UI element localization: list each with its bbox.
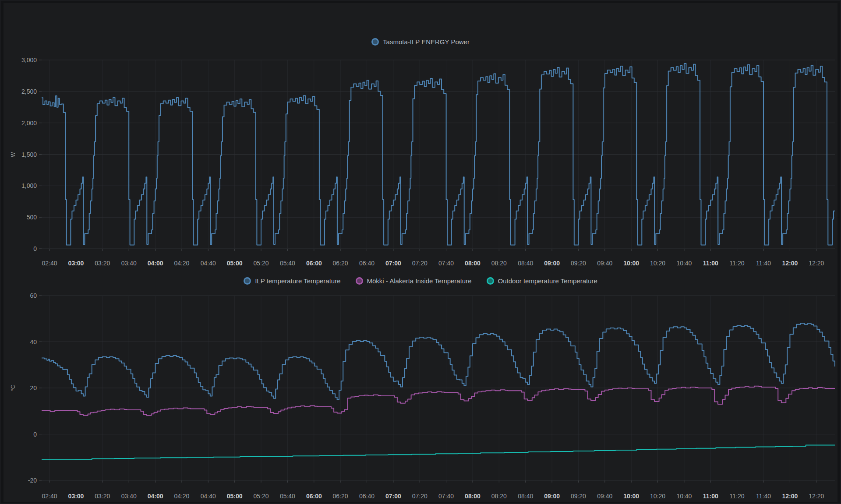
x-tick-label: 05:20 [253,260,269,267]
x-tick-label: 11:20 [730,493,745,500]
x-tick-label: 11:20 [730,260,745,267]
x-tick-label: 05:40 [280,260,295,267]
x-tick-label: 12:00 [782,493,798,500]
x-tick-label: 07:20 [412,493,428,500]
y-tick-label: 60 [30,292,37,299]
x-tick-label: 02:40 [42,493,57,500]
x-tick-label: 07:00 [385,260,401,267]
x-tick-label: 06:40 [359,260,375,267]
power-chart-svg[interactable]: 02:4003:0003:2003:4004:0004:2004:4005:00… [4,3,838,273]
x-tick-label: 06:00 [306,493,322,500]
y-axis-unit-label: W [10,152,16,157]
x-tick-label: 11:00 [703,260,718,267]
x-tick-label: 10:00 [623,260,639,267]
x-tick-label: 08:00 [465,260,481,267]
temperature-panel: ILP temperature Temperature Mökki - Alak… [4,273,837,502]
y-tick-label: 500 [27,214,37,221]
y-axis-unit-label: °C [10,385,16,391]
x-tick-label: 08:20 [491,260,507,267]
power-panel: Tasmota-ILP ENERGY Power 02:4003:0003:20… [4,3,837,273]
x-tick-label: 06:20 [333,260,348,267]
series-path-1 [42,386,835,416]
x-tick-label: 05:00 [227,493,243,500]
x-tick-label: 08:00 [465,493,481,500]
x-tick-label: 04:20 [174,493,189,500]
y-tick-label: 40 [30,338,37,345]
x-tick-label: 10:40 [676,260,692,267]
x-tick-label: 07:00 [385,493,401,500]
x-tick-label: 08:40 [518,493,533,500]
x-tick-label: 02:40 [42,260,57,267]
x-tick-label: 09:00 [544,260,560,267]
x-tick-label: 12:20 [809,260,824,267]
x-tick-label: 06:20 [333,493,348,500]
x-tick-label: 04:40 [201,260,216,267]
x-tick-label: 09:40 [597,493,612,500]
x-tick-label: 12:20 [809,493,824,500]
x-tick-label: 04:00 [148,260,163,267]
x-tick-label: 05:40 [280,493,295,500]
x-tick-label: 03:00 [68,260,84,267]
x-tick-label: 10:20 [650,260,665,267]
x-tick-label: 10:20 [650,493,665,500]
x-tick-label: 12:00 [782,260,798,267]
y-tick-label: 20 [30,384,37,391]
x-tick-label: 03:40 [121,260,137,267]
x-tick-label: 11:00 [703,493,718,500]
x-tick-label: 07:40 [438,260,454,267]
y-tick-label: 2,500 [21,88,37,95]
x-tick-label: 06:40 [359,493,375,500]
y-tick-label: 1,000 [21,182,37,189]
x-tick-label: 09:20 [571,493,586,500]
x-tick-label: 09:20 [571,260,586,267]
x-tick-label: 03:20 [95,260,110,267]
x-tick-label: 04:40 [201,493,216,500]
x-tick-label: 10:40 [676,493,692,500]
series-path-2 [42,445,835,460]
y-tick-label: 3,000 [21,56,37,63]
x-tick-label: 11:40 [756,493,771,500]
x-tick-label: 03:20 [95,493,110,500]
x-tick-label: 08:40 [518,260,533,267]
x-tick-label: 03:00 [68,493,84,500]
x-tick-label: 07:20 [412,260,428,267]
y-tick-label: 0 [33,245,37,252]
y-tick-label: 0 [33,431,37,438]
x-tick-label: 10:00 [623,493,639,500]
x-tick-label: 05:00 [227,260,243,267]
temperature-chart-svg[interactable]: 02:4003:0003:2003:4004:0004:2004:4005:00… [4,273,838,502]
y-tick-label: -20 [28,477,37,484]
x-tick-label: 09:00 [544,493,560,500]
x-tick-label: 04:00 [148,493,163,500]
x-tick-label: 09:40 [597,260,612,267]
x-tick-label: 11:40 [756,260,771,267]
x-tick-label: 03:40 [121,493,137,500]
x-tick-label: 05:20 [253,493,269,500]
x-tick-label: 07:40 [438,493,454,500]
y-tick-label: 1,500 [21,151,37,158]
x-tick-label: 06:00 [306,260,322,267]
dashboard-frame: ILP Statistics last 10h Tasmota-ILP ENER… [0,0,841,504]
x-tick-label: 04:20 [174,260,189,267]
y-tick-label: 2,000 [21,120,37,127]
x-tick-label: 08:20 [491,493,507,500]
